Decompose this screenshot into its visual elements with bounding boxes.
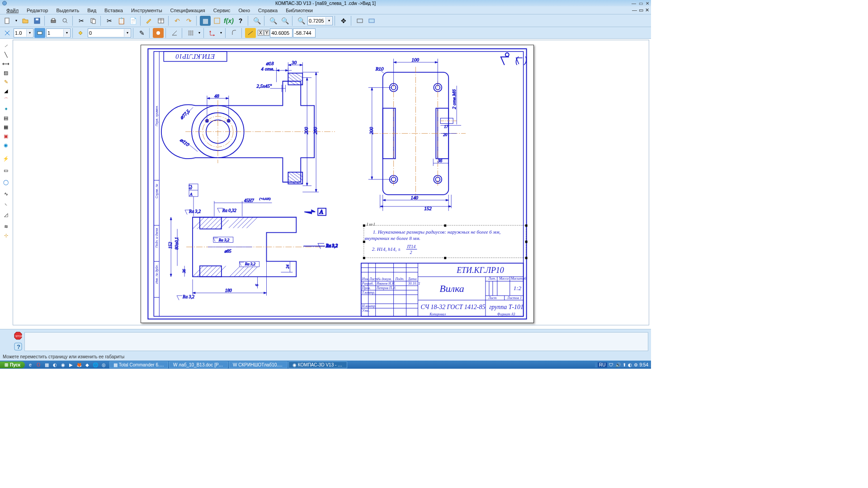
ql-7-icon[interactable]: ◎ xyxy=(100,361,107,368)
start-button[interactable]: ⊞Пуск xyxy=(0,361,25,368)
tool-symbol[interactable]: ◢ xyxy=(2,87,10,95)
undo-button[interactable]: ↶ xyxy=(172,16,183,26)
menu-libs[interactable]: Библиотеки xyxy=(282,7,316,14)
ql-ie-icon[interactable]: e xyxy=(27,361,34,368)
menu-view[interactable]: Вид xyxy=(84,7,100,14)
zoomin-button[interactable]: 🔍 xyxy=(251,16,262,26)
table-button[interactable] xyxy=(156,16,166,26)
tool-snap[interactable]: ⚡ xyxy=(2,155,10,163)
lib-button[interactable]: ▦ xyxy=(200,16,211,26)
round-button[interactable] xyxy=(229,28,240,38)
menu-editor[interactable]: Редактор xyxy=(23,7,52,14)
tray-2-icon[interactable]: 🔊 xyxy=(615,362,621,367)
tool-axis[interactable]: ⊹ xyxy=(2,231,10,239)
style-button[interactable] xyxy=(76,28,87,38)
zoomfit-button[interactable]: 🔍 xyxy=(279,16,290,26)
save-button[interactable] xyxy=(32,16,42,26)
tool-fillet[interactable]: ◟ xyxy=(2,199,10,207)
tool-rect[interactable]: ▭ xyxy=(2,166,10,174)
refresh-button[interactable] xyxy=(366,16,377,26)
clock[interactable]: 9:54 xyxy=(640,362,648,367)
menu-spec[interactable]: Спецификация xyxy=(167,7,209,14)
coordy-field[interactable]: -58.744 xyxy=(293,28,316,38)
tool-spec[interactable]: ◉ xyxy=(2,141,10,149)
edit-button[interactable]: ✎ xyxy=(137,28,147,38)
menu-tools[interactable]: Инструменты xyxy=(127,7,166,14)
redraw-button[interactable] xyxy=(354,16,365,26)
menu-file[interactable]: Файл xyxy=(3,7,22,14)
ql-6-icon[interactable]: 🌐 xyxy=(92,361,99,368)
coordx-field[interactable]: 40.6005 xyxy=(270,28,292,38)
tool-hatch[interactable]: ▨ xyxy=(2,69,10,77)
lang-indicator[interactable]: RU xyxy=(598,362,607,367)
tray-3-icon[interactable]: ⬆ xyxy=(623,362,626,367)
tool-spline[interactable]: ∿ xyxy=(2,190,10,198)
minimize-icon[interactable]: — xyxy=(632,1,636,6)
menu-select[interactable]: Выделить xyxy=(52,7,83,14)
tray-5-icon[interactable]: ⚙ xyxy=(634,362,638,367)
zoom-combo[interactable]: 0.7205▾ xyxy=(307,16,333,25)
tray-1-icon[interactable]: 🛡 xyxy=(609,362,613,367)
tray-4-icon[interactable]: ◐ xyxy=(628,362,632,367)
menu-service[interactable]: Сервис xyxy=(210,7,234,14)
lcs-button[interactable] xyxy=(207,28,218,38)
vars-button[interactable] xyxy=(212,16,222,26)
print-button[interactable] xyxy=(48,16,59,26)
new-button[interactable] xyxy=(2,16,13,26)
menu-insert[interactable]: Вставка xyxy=(101,7,127,14)
tool-measure[interactable]: ▦ xyxy=(2,123,10,131)
tool-select[interactable]: ▣ xyxy=(2,132,10,140)
ql-opera-icon[interactable]: O xyxy=(35,361,42,368)
task-kompas[interactable]: ◉ КОМПАС-3D V13 - [ла... xyxy=(288,361,347,368)
drawing-canvas[interactable]: Перв. примен. Справ. № Подп. и дата Инв.… xyxy=(13,40,649,325)
copy-button[interactable] xyxy=(88,16,99,26)
props-button[interactable] xyxy=(144,16,155,26)
tool-line[interactable]: ╲ xyxy=(2,51,10,59)
copy2-button[interactable]: 📋 xyxy=(116,16,127,26)
fx-button[interactable]: f(x) xyxy=(223,16,234,26)
tool-edit[interactable]: ✦ xyxy=(2,105,10,113)
whatsthis-button[interactable]: ? xyxy=(235,16,246,26)
cut2-button[interactable]: ✂ xyxy=(104,16,115,26)
tool-text[interactable]: ✎ xyxy=(2,78,10,86)
param-button[interactable] xyxy=(245,28,256,38)
task-word2[interactable]: W СКРИНШОТлаб10.docx ... xyxy=(229,361,288,368)
lineweight-combo[interactable]: 1.0▾ xyxy=(14,28,33,38)
help-button[interactable]: ? xyxy=(14,342,23,351)
tool-chamfer[interactable]: ◿ xyxy=(2,211,10,219)
tool-param[interactable]: ▤ xyxy=(2,114,10,122)
open-button[interactable] xyxy=(20,16,31,26)
snap-button[interactable] xyxy=(2,28,13,38)
menu-window[interactable]: Окно xyxy=(235,7,254,14)
tool-arc[interactable]: ⌒ xyxy=(2,96,10,104)
menu-help[interactable]: Справка xyxy=(255,7,281,14)
tool-circle[interactable]: ◯ xyxy=(2,178,10,186)
cut-button[interactable]: ✂ xyxy=(76,16,87,26)
layer-button[interactable] xyxy=(34,28,45,38)
style-combo[interactable]: 0▾ xyxy=(88,28,131,38)
maximize-icon[interactable]: ▭ xyxy=(639,1,643,6)
grid-button[interactable] xyxy=(185,28,196,38)
ql-1-icon[interactable]: ◐ xyxy=(51,361,58,368)
new-dd-button[interactable]: ▾ xyxy=(14,16,19,26)
mdi-restore-icon[interactable]: ▭ xyxy=(639,7,643,13)
zoomout-button[interactable]: 🔍 xyxy=(296,16,307,26)
mdi-close-icon[interactable]: ✕ xyxy=(645,7,649,13)
close-icon[interactable]: ✕ xyxy=(646,1,649,6)
lcs-dd[interactable]: ▾ xyxy=(219,28,223,38)
tool-break[interactable]: ≋ xyxy=(2,222,10,230)
mdi-minimize-icon[interactable]: — xyxy=(632,7,637,13)
ql-4-icon[interactable]: 🦊 xyxy=(75,361,83,368)
tool-dim[interactable]: ⟷ xyxy=(2,60,10,68)
layer-combo[interactable]: 1▾ xyxy=(46,28,71,38)
ortho-button[interactable] xyxy=(153,28,164,38)
ql-5-icon[interactable]: ◆ xyxy=(84,361,91,368)
ql-2-icon[interactable]: ◉ xyxy=(59,361,66,368)
pan-button[interactable]: ✥ xyxy=(338,16,349,26)
ql-3-icon[interactable]: ▶ xyxy=(67,361,75,368)
grid-dd[interactable]: ▾ xyxy=(197,28,202,38)
paste-button[interactable]: 📄 xyxy=(127,16,138,26)
redo-button[interactable]: ↷ xyxy=(184,16,194,26)
preview-button[interactable] xyxy=(60,16,71,26)
task-word1[interactable]: W лаб_10_B13.doc [Режим... xyxy=(169,361,228,368)
